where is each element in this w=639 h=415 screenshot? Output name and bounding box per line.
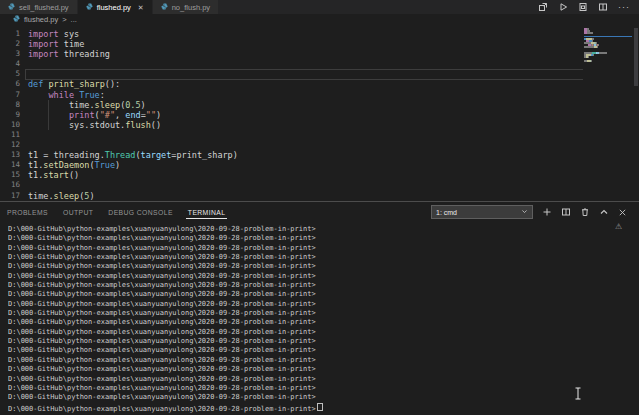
new-terminal-icon[interactable]	[542, 203, 552, 221]
panel-header: PROBLEMS OUTPUT DEBUG CONSOLE TERMINAL 1…	[0, 202, 639, 222]
breadcrumb[interactable]: flushed.py > ...	[0, 14, 639, 25]
indent-guide	[48, 100, 49, 130]
chevron-down-icon	[521, 208, 528, 216]
code-line[interactable]: 1import sys	[0, 29, 583, 39]
terminal-selector-dropdown[interactable]: 1: cmd	[431, 205, 533, 219]
terminal-line: D:\000-GitHub\python-examples\xuanyuanyu…	[8, 393, 639, 402]
code-line[interactable]: 17time.sleep(5)	[0, 191, 583, 201]
line-number: 10	[0, 120, 20, 130]
code-text: time.sleep(5)	[28, 191, 95, 201]
line-number: 16	[0, 180, 20, 190]
tab-no_flush[interactable]: no_flush.py	[153, 0, 219, 14]
line-number: 14	[0, 160, 20, 170]
terminal-line: D:\000-GitHub\python-examples\xuanyuanyu…	[8, 244, 639, 253]
more-actions-icon[interactable]: ···	[618, 3, 630, 12]
terminal-line: D:\000-GitHub\python-examples\xuanyuanyu…	[8, 346, 639, 355]
line-number: 8	[0, 100, 20, 110]
code-text: t1 = threading.Thread(target=print_sharp…	[28, 150, 238, 160]
code-line[interactable]: 16	[0, 180, 583, 190]
python-file-icon	[86, 3, 93, 12]
split-terminal-icon[interactable]	[561, 203, 571, 221]
warning-icon: ⚠	[615, 222, 622, 231]
terminal-line: D:\000-GitHub\python-examples\xuanyuanyu…	[8, 262, 639, 271]
terminal-line: D:\000-GitHub\python-examples\xuanyuanyu…	[8, 234, 639, 243]
terminal-line: D:\000-GitHub\python-examples\xuanyuanyu…	[8, 290, 639, 299]
code-line[interactable]: 12	[0, 140, 583, 150]
split-editor-icon[interactable]	[598, 2, 608, 12]
terminal-line: D:\000-GitHub\python-examples\xuanyuanyu…	[8, 225, 639, 234]
tab-flushed[interactable]: flushed.py ✕	[78, 0, 153, 14]
tab-debug-console[interactable]: DEBUG CONSOLE	[106, 206, 175, 219]
python-file-icon	[8, 3, 15, 12]
breadcrumb-separator: >	[62, 15, 66, 24]
run-python-file-icon[interactable]	[558, 2, 568, 12]
open-preview-icon[interactable]	[578, 2, 588, 12]
code-line[interactable]: 9 print("#", end="")	[0, 110, 583, 120]
code-line[interactable]: 8 time.sleep(0.5)	[0, 100, 583, 110]
minimap[interactable]	[584, 28, 632, 62]
code-editor[interactable]: 1import sys2import time3import threading…	[0, 25, 583, 201]
code-line[interactable]: 14t1.setDaemon(True)	[0, 160, 583, 170]
tab-sell_flushed[interactable]: sell_flushed.py	[0, 0, 78, 14]
editor-scrollbar-thumb[interactable]	[634, 28, 638, 86]
code-text: import sys	[28, 29, 79, 39]
code-lines: 1import sys2import time3import threading…	[0, 25, 583, 201]
tab-output[interactable]: OUTPUT	[61, 206, 95, 219]
code-line[interactable]: 15t1.start()	[0, 170, 583, 180]
terminal-line: D:\000-GitHub\python-examples\xuanyuanyu…	[8, 281, 639, 290]
python-file-icon	[161, 3, 168, 12]
tab-label: no_flush.py	[172, 3, 210, 12]
line-number: 5	[0, 69, 20, 79]
code-text: import threading	[28, 49, 110, 59]
tab-problems[interactable]: PROBLEMS	[5, 206, 50, 219]
code-line[interactable]: 13t1 = threading.Thread(target=print_sha…	[0, 150, 583, 160]
terminal-line: D:\000-GitHub\python-examples\xuanyuanyu…	[8, 337, 639, 346]
code-line[interactable]: 10 sys.stdout.flush()	[0, 120, 583, 130]
kill-terminal-icon[interactable]	[580, 203, 590, 221]
tab-terminal[interactable]: TERMINAL	[186, 206, 228, 219]
terminal-line: D:\000-GitHub\python-examples\xuanyuanyu…	[8, 384, 639, 393]
line-number: 13	[0, 150, 20, 160]
line-number: 17	[0, 191, 20, 201]
terminal-line: D:\000-GitHub\python-examples\xuanyuanyu…	[8, 272, 639, 281]
editor-actions: ···	[538, 0, 639, 14]
breadcrumb-file: flushed.py	[24, 15, 58, 24]
terminal-line: D:\000-GitHub\python-examples\xuanyuanyu…	[8, 328, 639, 337]
line-number: 3	[0, 49, 20, 59]
close-tab-icon[interactable]: ✕	[138, 4, 144, 11]
line-number: 2	[0, 39, 20, 49]
mouse-ibeam-cursor	[574, 386, 582, 404]
terminal-line: D:\000-GitHub\python-examples\xuanyuanyu…	[8, 403, 639, 412]
code-text: time.sleep(0.5)	[28, 100, 146, 110]
line-number: 4	[0, 59, 20, 69]
code-line[interactable]: 5	[0, 69, 583, 79]
tab-label: sell_flushed.py	[19, 3, 69, 12]
minimap-current-line-indicator	[584, 36, 632, 37]
code-text: t1.start()	[28, 170, 79, 180]
code-line[interactable]: 3import threading	[0, 49, 583, 59]
close-panel-icon[interactable]	[618, 203, 627, 221]
line-number: 15	[0, 170, 20, 180]
minimap-line	[584, 60, 632, 62]
panel-tabs: PROBLEMS OUTPUT DEBUG CONSOLE TERMINAL	[0, 206, 227, 219]
code-text: while True:	[28, 90, 105, 100]
terminal-selector-value: 1: cmd	[436, 209, 457, 216]
code-line[interactable]: 11	[0, 130, 583, 140]
code-line[interactable]: 4	[0, 59, 583, 69]
maximize-panel-icon[interactable]	[599, 203, 609, 221]
terminal-line: D:\000-GitHub\python-examples\xuanyuanyu…	[8, 365, 639, 374]
terminal-line: D:\000-GitHub\python-examples\xuanyuanyu…	[8, 300, 639, 309]
code-line[interactable]: 6def print_sharp():	[0, 79, 583, 89]
line-number: 12	[0, 140, 20, 150]
line-number: 9	[0, 110, 20, 120]
editor-tab-bar: sell_flushed.py flushed.py ✕ no_flush.py…	[0, 0, 639, 14]
line-number: 1	[0, 29, 20, 39]
terminal-output[interactable]: D:\000-GitHub\python-examples\xuanyuanyu…	[8, 222, 639, 415]
open-changes-icon[interactable]	[538, 2, 548, 12]
line-number: 7	[0, 90, 20, 100]
terminal-line: D:\000-GitHub\python-examples\xuanyuanyu…	[8, 375, 639, 384]
breadcrumb-collapsed[interactable]: ...	[71, 15, 77, 24]
code-text: import time	[28, 39, 84, 49]
code-line[interactable]: 2import time	[0, 39, 583, 49]
code-line[interactable]: 7 while True:	[0, 90, 583, 100]
